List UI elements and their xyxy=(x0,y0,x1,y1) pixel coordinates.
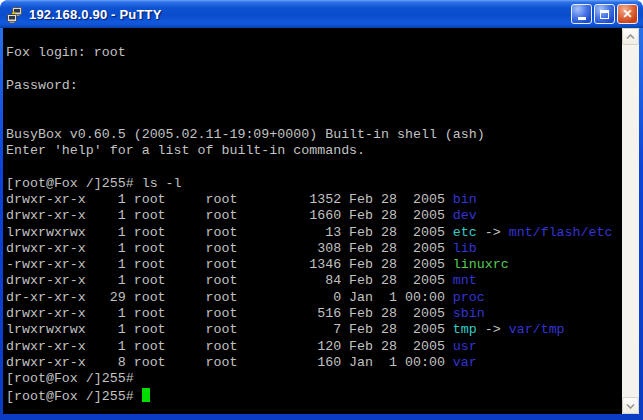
terminal-text: Fox login: root xyxy=(6,45,126,60)
terminal-line xyxy=(6,29,622,45)
minimize-button[interactable] xyxy=(571,4,592,24)
terminal-line: lrwxrwxrwx 1 root root 13 Feb 28 2005 et… xyxy=(6,225,622,241)
terminal-line xyxy=(6,94,622,110)
terminal-text: -> xyxy=(477,225,509,240)
terminal-line: drwxr-xr-x 1 root root 1352 Feb 28 2005 … xyxy=(6,192,622,208)
directory-name: var/tmp xyxy=(509,322,565,337)
chevron-down-icon xyxy=(626,403,635,409)
close-icon: ✕ xyxy=(622,8,632,20)
titlebar[interactable]: 192.168.0.90 - PuTTY ✕ xyxy=(0,0,643,28)
terminal[interactable]: Fox login: rootPassword:BusyBox v0.60.5 … xyxy=(3,28,622,414)
maximize-button[interactable] xyxy=(594,4,615,24)
terminal-line: -rwxr-xr-x 1 root root 1346 Feb 28 2005 … xyxy=(6,257,622,273)
scrollbar[interactable] xyxy=(622,28,639,414)
terminal-line: drwxr-xr-x 1 root root 308 Feb 28 2005 l… xyxy=(6,241,622,257)
executable-name: linuxrc xyxy=(453,257,509,272)
terminal-text: drwxr-xr-x 1 root root 1352 Feb 28 2005 xyxy=(6,192,453,207)
minimize-icon xyxy=(578,17,586,20)
terminal-text: drwxr-xr-x 1 root root 308 Feb 28 2005 xyxy=(6,241,453,256)
terminal-line: dr-xr-xr-x 29 root root 0 Jan 1 00:00 pr… xyxy=(6,290,622,306)
terminal-text: Password: xyxy=(6,78,78,93)
terminal-line: BusyBox v0.60.5 (2005.02.11-19:09+0000) … xyxy=(6,127,622,143)
terminal-text: dr-xr-xr-x 29 root root 0 Jan 1 00:00 xyxy=(6,290,453,305)
maximize-icon xyxy=(600,10,609,19)
terminal-line: Password: xyxy=(6,78,622,94)
terminal-line: [root@Fox /]255# ls -l xyxy=(6,176,622,192)
directory-name: sbin xyxy=(453,306,485,321)
directory-name: mnt xyxy=(453,273,477,288)
terminal-line: drwxr-xr-x 1 root root 1660 Feb 28 2005 … xyxy=(6,208,622,224)
terminal-line: lrwxrwxrwx 1 root root 7 Feb 28 2005 tmp… xyxy=(6,322,622,338)
directory-name: proc xyxy=(453,290,485,305)
terminal-line: drwxr-xr-x 8 root root 160 Jan 1 00:00 v… xyxy=(6,355,622,371)
terminal-line: [root@Fox /]255# xyxy=(6,388,622,404)
directory-name: usr xyxy=(453,339,477,354)
terminal-text: [root@Fox /]255# ls -l xyxy=(6,176,182,191)
terminal-text: drwxr-xr-x 1 root root 120 Feb 28 2005 xyxy=(6,339,453,354)
terminal-line: drwxr-xr-x 1 root root 120 Feb 28 2005 u… xyxy=(6,339,622,355)
terminal-line: drwxr-xr-x 1 root root 84 Feb 28 2005 mn… xyxy=(6,273,622,289)
terminal-text: [root@Fox /]255# xyxy=(6,389,142,404)
directory-name: lib xyxy=(453,241,477,256)
terminal-text: -rwxr-xr-x 1 root root 1346 Feb 28 2005 xyxy=(6,257,453,272)
terminal-line: [root@Fox /]255# xyxy=(6,371,622,387)
terminal-text: drwxr-xr-x 1 root root 84 Feb 28 2005 xyxy=(6,273,453,288)
window-body: Fox login: rootPassword:BusyBox v0.60.5 … xyxy=(3,28,639,414)
directory-name: var xyxy=(453,355,477,370)
terminal-cursor xyxy=(142,388,150,402)
terminal-text: [root@Fox /]255# xyxy=(6,371,134,386)
terminal-text: drwxr-xr-x 1 root root 1660 Feb 28 2005 xyxy=(6,208,453,223)
symlink-name: etc xyxy=(453,225,477,240)
putty-icon[interactable] xyxy=(6,6,24,24)
close-button[interactable]: ✕ xyxy=(617,4,638,24)
terminal-line xyxy=(6,62,622,78)
terminal-text: drwxr-xr-x 1 root root 516 Feb 28 2005 xyxy=(6,306,453,321)
terminal-text: lrwxrwxrwx 1 root root 7 Feb 28 2005 xyxy=(6,322,453,337)
directory-name: bin xyxy=(453,192,477,207)
terminal-line xyxy=(6,110,622,126)
terminal-line: Enter 'help' for a list of built-in comm… xyxy=(6,143,622,159)
terminal-text: drwxr-xr-x 8 root root 160 Jan 1 00:00 xyxy=(6,355,453,370)
terminal-text: -> xyxy=(477,322,509,337)
putty-window: 192.168.0.90 - PuTTY ✕ Fox login: rootPa… xyxy=(0,0,643,420)
window-title: 192.168.0.90 - PuTTY xyxy=(29,7,566,22)
directory-name: mnt/flash/etc xyxy=(509,225,613,240)
terminal-text: lrwxrwxrwx 1 root root 13 Feb 28 2005 xyxy=(6,225,453,240)
terminal-text: Enter 'help' for a list of built-in comm… xyxy=(6,143,365,158)
terminal-text: BusyBox v0.60.5 (2005.02.11-19:09+0000) … xyxy=(6,127,485,142)
scroll-down-button[interactable] xyxy=(622,397,639,414)
window-controls: ✕ xyxy=(571,4,638,24)
terminal-line xyxy=(6,159,622,175)
terminal-line: Fox login: root xyxy=(6,45,622,61)
terminal-line: drwxr-xr-x 1 root root 516 Feb 28 2005 s… xyxy=(6,306,622,322)
directory-name: dev xyxy=(453,208,477,223)
symlink-name: tmp xyxy=(453,322,477,337)
chevron-up-icon xyxy=(626,34,635,40)
scroll-up-button[interactable] xyxy=(622,28,639,45)
